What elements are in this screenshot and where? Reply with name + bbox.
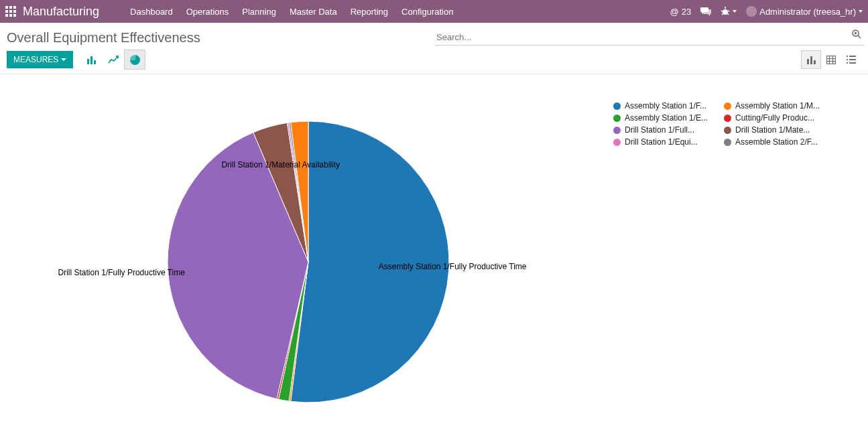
- legend-swatch: [613, 102, 621, 110]
- svg-line-14: [727, 13, 729, 15]
- svg-rect-21: [94, 60, 96, 64]
- slice-label: Assembly Station 1/Fully Productive Time: [379, 262, 527, 271]
- page-title: Overall Equipment Effectiveness: [7, 30, 200, 46]
- pivot-view-button[interactable]: [821, 50, 841, 69]
- search-plus-icon[interactable]: [852, 29, 861, 46]
- legend-label: Drill Station 1/Equi...: [625, 137, 698, 147]
- legend-swatch: [724, 102, 731, 110]
- messaging-indicator[interactable]: @ 23: [670, 7, 692, 17]
- legend-swatch: [724, 139, 731, 146]
- legend-label: Drill Station 1/Full...: [625, 125, 694, 135]
- legend-swatch: [613, 139, 621, 146]
- svg-rect-23: [810, 56, 812, 64]
- top-nav: Manufacturing Dashboard Operations Plann…: [0, 0, 868, 23]
- measures-button[interactable]: MEASURES: [7, 51, 73, 68]
- svg-line-12: [728, 11, 729, 11]
- svg-rect-7: [9, 14, 12, 17]
- legend-label: Cutting/Fully Produc...: [735, 113, 814, 123]
- systray: @ 23 Administrator (treesa_hr): [670, 6, 863, 17]
- control-panel-top: Overall Equipment Effectiveness: [0, 23, 868, 50]
- svg-rect-22: [807, 59, 809, 64]
- at-icon: @: [670, 7, 679, 17]
- search-input[interactable]: [435, 29, 864, 46]
- slice-label: Drill Station 1/Material Availability: [221, 160, 340, 169]
- bar-chart-button[interactable]: [81, 50, 103, 70]
- nav-planning[interactable]: Planning: [235, 0, 283, 23]
- legend-item[interactable]: Cutting/Fully Produc...: [724, 113, 828, 123]
- svg-rect-2: [13, 6, 16, 9]
- caret-down-icon: [859, 10, 863, 13]
- nav-reporting[interactable]: Reporting: [344, 0, 395, 23]
- legend-item[interactable]: Drill Station 1/Full...: [613, 125, 717, 135]
- legend-swatch: [613, 127, 621, 134]
- caret-down-icon: [61, 58, 66, 61]
- svg-rect-35: [849, 62, 856, 64]
- view-switcher: [801, 50, 861, 69]
- discuss-icon[interactable]: [700, 7, 711, 16]
- legend: Assembly Station 1/F...Assembly Station …: [613, 101, 828, 436]
- message-count: 23: [682, 7, 691, 17]
- legend-swatch: [724, 115, 731, 122]
- svg-rect-5: [13, 10, 16, 13]
- graph-view-button[interactable]: [801, 50, 821, 69]
- svg-rect-31: [849, 56, 856, 57]
- svg-rect-4: [9, 10, 12, 13]
- legend-item[interactable]: Assembly Station 1/M...: [724, 101, 828, 111]
- pie-chart-button[interactable]: [124, 50, 145, 70]
- svg-rect-19: [87, 59, 89, 64]
- measures-label: MEASURES: [13, 55, 58, 64]
- legend-item[interactable]: Assemble Station 2/F...: [724, 137, 828, 147]
- apps-icon[interactable]: [5, 6, 16, 17]
- legend-item[interactable]: Assembly Station 1/E...: [613, 113, 717, 123]
- legend-label: Drill Station 1/Mate...: [735, 125, 810, 135]
- svg-rect-30: [847, 56, 848, 57]
- main-menu: Dashboard Operations Planning Master Dat…: [123, 0, 460, 23]
- legend-label: Assembly Station 1/F...: [625, 101, 706, 111]
- nav-operations[interactable]: Operations: [180, 0, 236, 23]
- svg-rect-24: [814, 60, 816, 64]
- svg-line-16: [858, 35, 861, 38]
- legend-item[interactable]: Assembly Station 1/F...: [613, 101, 717, 111]
- app-brand[interactable]: Manufacturing: [23, 5, 99, 19]
- svg-rect-1: [9, 6, 12, 9]
- legend-label: Assembly Station 1/E...: [625, 113, 708, 123]
- svg-rect-6: [5, 14, 8, 17]
- svg-rect-25: [827, 56, 836, 64]
- nav-master-data[interactable]: Master Data: [283, 0, 344, 23]
- legend-item[interactable]: Drill Station 1/Mate...: [724, 125, 828, 135]
- svg-line-11: [721, 11, 723, 11]
- pie-chart: Assembly Station 1/Fully Productive Time…: [13, 88, 483, 436]
- svg-rect-0: [5, 6, 8, 9]
- chart-type-switcher: [81, 50, 145, 70]
- legend-item[interactable]: Drill Station 1/Equi...: [613, 137, 717, 147]
- control-panel-buttons: MEASURES: [0, 50, 868, 74]
- svg-rect-32: [847, 59, 848, 60]
- user-label: Administrator (treesa_hr): [759, 7, 856, 17]
- slice-label: Drill Station 1/Fully Productive Time: [58, 268, 185, 277]
- nav-dashboard[interactable]: Dashboard: [123, 0, 180, 23]
- legend-swatch: [613, 115, 621, 122]
- chart-area: Assembly Station 1/Fully Productive Time…: [0, 74, 868, 436]
- legend-label: Assembly Station 1/M...: [735, 101, 820, 111]
- caret-down-icon: [733, 10, 737, 13]
- list-view-button[interactable]: [841, 50, 861, 69]
- debug-icon[interactable]: [721, 7, 737, 16]
- user-menu[interactable]: Administrator (treesa_hr): [746, 6, 863, 17]
- nav-configuration[interactable]: Configuration: [395, 0, 460, 23]
- svg-rect-33: [849, 59, 856, 60]
- svg-line-13: [722, 13, 723, 15]
- svg-rect-3: [5, 10, 8, 13]
- avatar: [746, 6, 757, 17]
- legend-label: Assemble Station 2/F...: [735, 137, 818, 147]
- svg-rect-20: [90, 56, 92, 64]
- line-chart-button[interactable]: [103, 50, 124, 70]
- svg-rect-8: [13, 14, 16, 17]
- legend-swatch: [724, 127, 731, 134]
- svg-rect-34: [847, 62, 848, 64]
